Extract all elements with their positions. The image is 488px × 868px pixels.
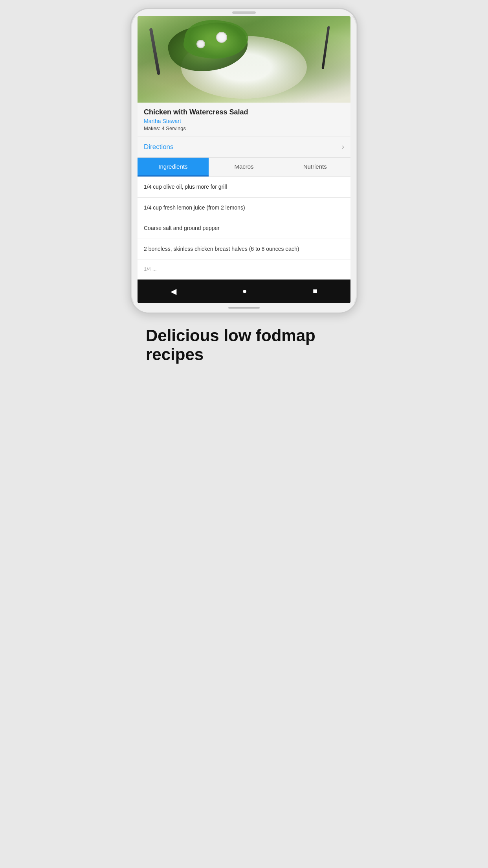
home-button[interactable]: ●	[234, 285, 255, 297]
recipe-title: Chicken with Watercress Salad	[144, 108, 344, 116]
directions-row[interactable]: Directions ›	[138, 136, 350, 158]
phone-top-bar	[131, 9, 357, 16]
recipe-author[interactable]: Martha Stewart	[144, 118, 344, 124]
directions-label: Directions	[144, 143, 174, 151]
recipe-servings: Makes: 4 Servings	[144, 125, 344, 131]
tab-nutrients[interactable]: Nutrients	[279, 158, 350, 177]
recipe-image	[138, 16, 350, 103]
ingredient-item: 1/4 cup olive oil, plus more for grill	[138, 177, 350, 198]
bottom-nav: ◀ ● ■	[138, 280, 350, 303]
ingredient-item-partial: 1/4 ...	[138, 259, 350, 279]
phone-frame: Chicken with Watercress Salad Martha Ste…	[130, 8, 358, 314]
tabs-row: Ingredients Macros Nutrients	[138, 158, 350, 177]
recipe-info: Chicken with Watercress Salad Martha Ste…	[138, 103, 350, 136]
back-button[interactable]: ◀	[163, 285, 184, 298]
phone-bottom-bar	[131, 303, 357, 313]
ingredient-item: Coarse salt and ground pepper	[138, 218, 350, 239]
recents-button[interactable]: ■	[305, 285, 325, 297]
radish-decoration-1	[216, 32, 227, 43]
radish-decoration-2	[196, 40, 205, 48]
tab-macros[interactable]: Macros	[209, 158, 280, 177]
phone-speaker	[232, 11, 256, 14]
chevron-right-icon: ›	[342, 143, 344, 151]
page-footer: Delicious low fodmap recipes	[130, 314, 358, 380]
ingredient-item: 1/4 cup fresh lemon juice (from 2 lemons…	[138, 198, 350, 219]
home-indicator	[228, 307, 260, 309]
ingredients-list: 1/4 cup olive oil, plus more for grill 1…	[138, 177, 350, 280]
footer-text: Delicious low fodmap recipes	[146, 326, 342, 364]
phone-screen: Chicken with Watercress Salad Martha Ste…	[138, 16, 350, 303]
ingredient-item: 2 boneless, skinless chicken breast halv…	[138, 239, 350, 260]
tab-ingredients[interactable]: Ingredients	[138, 158, 209, 177]
page-wrapper: Chicken with Watercress Salad Martha Ste…	[122, 0, 366, 380]
